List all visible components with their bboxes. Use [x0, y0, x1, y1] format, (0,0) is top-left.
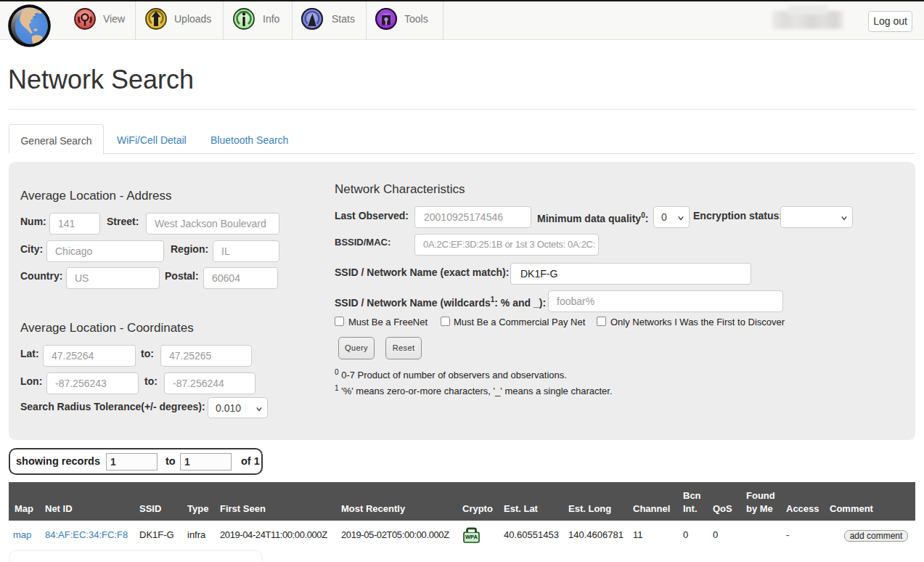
svg-text:WPA: WPA	[465, 534, 478, 540]
